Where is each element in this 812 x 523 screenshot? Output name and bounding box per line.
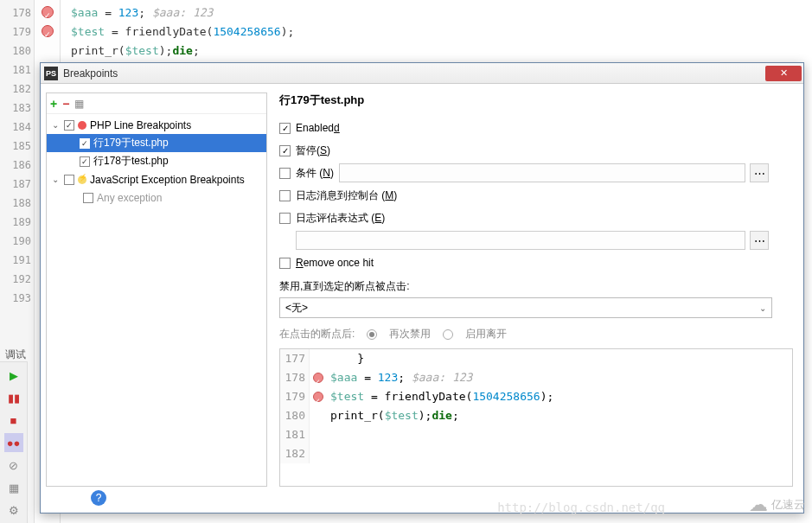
breakpoints-tree-panel: + − ▦ ⌄ ✓ PHP Line Breakpoints ✓ 行179于te… — [46, 92, 267, 487]
log-message-option[interactable]: 日志消息到控制台 (M) — [279, 184, 798, 207]
checkbox[interactable] — [64, 175, 74, 185]
code-preview: 177 }178$aaa = 123; $aaa: 123179$test = … — [279, 348, 793, 487]
checkbox[interactable] — [83, 193, 93, 203]
line-number: 179 — [0, 22, 31, 41]
code-line[interactable]: 180print_r($test);die; — [0, 41, 812, 61]
code-content[interactable]: print_r($test);die; — [71, 41, 200, 61]
breakpoint-dot-icon[interactable] — [42, 25, 54, 37]
add-breakpoint-icon[interactable]: + — [50, 97, 57, 111]
line-number: 184 — [0, 118, 31, 137]
breakpoint-dot-icon — [78, 121, 86, 130]
code-content: print_r($test);die; — [327, 406, 459, 425]
group-by-icon[interactable]: ▦ — [74, 98, 84, 110]
breakpoint-gutter[interactable] — [310, 349, 327, 368]
preview-line[interactable]: 182 — [280, 444, 792, 463]
tree-group-php[interactable]: ⌄ ✓ PHP Line Breakpoints — [47, 116, 266, 134]
line-number: 180 — [280, 406, 310, 425]
suspend-label: 暂停(S) — [296, 144, 330, 158]
preview-line[interactable]: 177 } — [280, 349, 792, 368]
code-content[interactable]: $aaa = 123; $aaa: 123 — [71, 3, 213, 22]
breakpoint-dot-icon — [313, 373, 323, 383]
line-number: 182 — [0, 80, 31, 99]
code-line[interactable]: 179$test = friendlyDate(1504258656); — [0, 22, 812, 41]
expand-icon[interactable]: ⋯ — [750, 231, 769, 250]
line-number: 189 — [0, 213, 31, 232]
log-message-label: 日志消息到控制台 (M) — [296, 188, 397, 203]
radio-disable-again-label: 再次禁用 — [389, 327, 431, 341]
line-number: 187 — [0, 175, 31, 194]
dialog-titlebar[interactable]: PS Breakpoints ✕ — [41, 63, 803, 84]
code-line[interactable]: 178$aaa = 123; $aaa: 123 — [0, 3, 812, 22]
tree-item-bp178[interactable]: ✓ 行178于test.php — [47, 152, 266, 170]
preview-line[interactable]: 180print_r($test);die; — [280, 406, 792, 425]
debug-tab-label[interactable]: 调试 — [5, 348, 26, 362]
line-number: 182 — [280, 444, 310, 463]
breakpoints-tree[interactable]: ⌄ ✓ PHP Line Breakpoints ✓ 行179于test.php… — [47, 114, 266, 486]
checkbox[interactable]: ✓ — [279, 145, 291, 156]
dialog-title: Breakpoints — [63, 67, 765, 80]
line-number: 177 — [280, 349, 310, 368]
line-number: 181 — [280, 425, 310, 444]
breakpoint-dot-icon[interactable] — [42, 6, 54, 18]
line-number: 192 — [0, 270, 31, 289]
after-hit-row: 在点击的断点后: 再次禁用 启用离开 — [279, 327, 798, 341]
cloud-logo: 亿速云 — [749, 494, 805, 516]
after-hit-label: 在点击的断点后: — [279, 327, 355, 341]
enabled-option[interactable]: ✓ Enabledd — [279, 117, 798, 139]
line-number: 180 — [0, 41, 31, 61]
code-content[interactable]: $test = friendlyDate(1504258656); — [71, 22, 294, 41]
suspend-option[interactable]: ✓ 暂停(S) — [279, 139, 798, 162]
settings-icon[interactable]: ⚙ — [4, 501, 23, 520]
checkbox[interactable] — [279, 213, 291, 224]
tree-label: 行178于test.php — [93, 154, 169, 169]
code-content — [327, 444, 330, 463]
expand-icon[interactable]: ⋯ — [750, 163, 769, 182]
log-eval-input[interactable] — [296, 231, 745, 250]
tree-group-js[interactable]: ⌄ JavaScript Exception Breakpoints — [47, 170, 266, 188]
condition-label: 条件 (N) — [296, 166, 334, 181]
layout-icon[interactable]: ▦ — [4, 478, 23, 497]
preview-line[interactable]: 178$aaa = 123; $aaa: 123 — [280, 368, 792, 387]
checkbox[interactable] — [279, 190, 291, 201]
line-number: 185 — [0, 137, 31, 156]
radio-disable-again[interactable] — [367, 329, 377, 340]
remove-breakpoint-icon[interactable]: − — [62, 97, 69, 111]
tree-toolbar: + − ▦ — [47, 93, 266, 114]
disable-until-combo[interactable]: <无> ⌄ — [279, 297, 772, 318]
condition-input[interactable] — [339, 163, 745, 182]
checkbox[interactable]: ✓ — [64, 120, 74, 131]
code-content — [327, 425, 330, 444]
breakpoint-gutter[interactable] — [310, 444, 327, 463]
breakpoint-gutter[interactable] — [310, 425, 327, 444]
breakpoint-dot-icon — [313, 392, 323, 402]
watermark-text: http://blog.csdn.net/qq — [497, 501, 665, 514]
chevron-down-icon[interactable]: ⌄ — [50, 120, 61, 130]
mute-breakpoints-icon[interactable]: ⊘ — [4, 456, 23, 475]
log-eval-label: 日志评估表达式 (E) — [296, 211, 385, 226]
help-icon[interactable]: ? — [91, 490, 106, 506]
tree-item-bp179[interactable]: ✓ 行179于test.php — [47, 134, 266, 152]
checkbox[interactable] — [279, 258, 291, 269]
checkbox[interactable] — [279, 168, 291, 179]
log-eval-option[interactable]: 日志评估表达式 (E) — [279, 207, 798, 229]
preview-line[interactable]: 181 — [280, 425, 792, 444]
pause-icon[interactable]: ▮▮ — [4, 388, 23, 407]
resume-icon[interactable]: ▶ — [4, 366, 23, 385]
remove-once-hit-option[interactable]: Remove once hit — [279, 252, 798, 274]
view-breakpoints-icon[interactable]: ●● — [4, 433, 23, 452]
radio-leave-enabled[interactable] — [443, 329, 453, 340]
breakpoint-gutter[interactable] — [310, 368, 327, 387]
enabled-label: Enabledd — [296, 122, 340, 134]
checkbox[interactable]: ✓ — [80, 138, 90, 149]
tree-item-any-exception[interactable]: Any exception — [47, 188, 266, 207]
condition-option[interactable]: 条件 (N) ⋯ — [279, 162, 798, 184]
chevron-down-icon[interactable]: ⌄ — [50, 175, 61, 184]
stop-icon[interactable]: ■ — [4, 411, 23, 430]
preview-line[interactable]: 179$test = friendlyDate(1504258656); — [280, 387, 792, 406]
checkbox[interactable]: ✓ — [279, 123, 291, 134]
tree-label: Any exception — [97, 192, 162, 204]
remove-once-hit-label: Remove once hit — [296, 257, 374, 269]
close-button[interactable]: ✕ — [765, 66, 802, 81]
line-number: 193 — [0, 289, 31, 308]
checkbox[interactable]: ✓ — [80, 156, 90, 167]
